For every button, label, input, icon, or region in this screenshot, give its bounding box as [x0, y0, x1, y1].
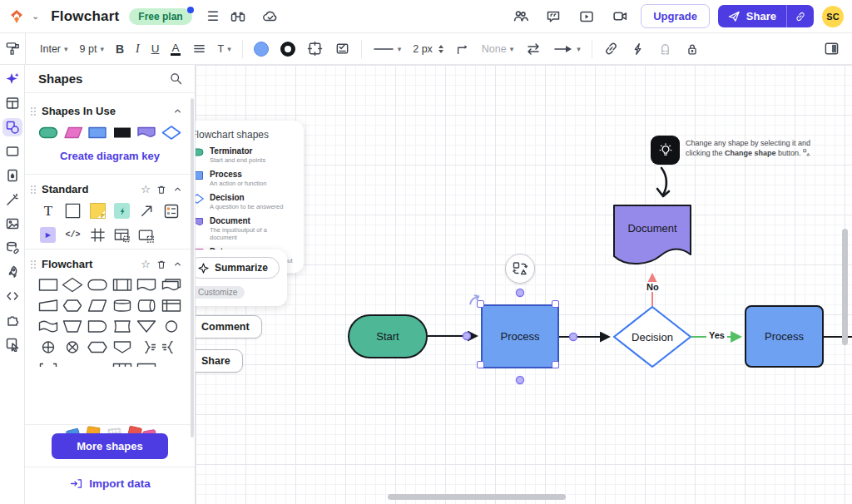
line-style-select[interactable]: ▾ — [367, 41, 408, 57]
video-icon[interactable] — [607, 4, 632, 29]
text-align-button[interactable] — [186, 38, 212, 59]
present-icon[interactable] — [574, 4, 599, 29]
more-shapes-button[interactable]: More shapes — [52, 433, 168, 459]
summarize-button[interactable]: Summarize — [196, 257, 280, 279]
shape-collate[interactable] — [87, 339, 108, 355]
shape-grid-lines[interactable] — [89, 226, 106, 244]
fill-color-button[interactable] — [248, 38, 275, 60]
inuse-decision-shape[interactable] — [161, 126, 181, 140]
shape-code-block[interactable]: </> — [65, 230, 80, 240]
drag-handle-icon[interactable] — [30, 106, 37, 116]
node-process-2[interactable]: Process — [745, 305, 824, 368]
shape-internal-storage[interactable] — [161, 298, 182, 314]
shape-preparation[interactable] — [62, 298, 83, 314]
inuse-terminator-shape[interactable] — [38, 126, 58, 140]
line-width-stepper[interactable]: 2 px — [407, 40, 449, 58]
rail-integrations-icon[interactable] — [2, 311, 22, 329]
avatar[interactable]: SC — [822, 6, 844, 27]
shape-table[interactable] — [113, 227, 131, 244]
font-size-select[interactable]: 9 pt▾ — [74, 40, 110, 58]
shape-data-button[interactable] — [329, 37, 356, 60]
shape-loop-limit[interactable] — [111, 319, 133, 334]
line-hops-select[interactable]: None▾ — [476, 40, 519, 58]
customize-button[interactable]: Customize — [196, 286, 245, 299]
inuse-black-shape[interactable] — [112, 126, 132, 140]
drag-handle-icon[interactable] — [30, 185, 37, 195]
shape-delay[interactable] — [87, 319, 108, 334]
shape-text[interactable]: T — [44, 203, 52, 220]
rail-data-linking-icon[interactable] — [2, 239, 22, 257]
swap-endpoints-button[interactable] — [519, 37, 547, 61]
collaborators-icon[interactable] — [508, 4, 532, 29]
shape-off-page[interactable] — [111, 339, 133, 355]
import-data-link[interactable]: Import data — [25, 467, 195, 500]
canvas-horizontal-scrollbar[interactable] — [388, 494, 566, 500]
frame-button[interactable] — [301, 37, 329, 60]
lock-button[interactable] — [679, 38, 706, 60]
selection-handle[interactable] — [477, 300, 484, 308]
shape-rectangle[interactable] — [64, 202, 82, 220]
shape-matrix[interactable] — [111, 362, 133, 367]
menu-icon[interactable]: ☰ — [207, 8, 219, 24]
shape-predefined-process[interactable] — [111, 277, 133, 293]
comments-icon[interactable] — [541, 4, 566, 29]
line-shape-button[interactable] — [449, 38, 476, 60]
shape-container[interactable] — [137, 227, 156, 244]
panel-toggle-icon[interactable] — [818, 37, 845, 60]
selection-handle[interactable] — [552, 361, 559, 368]
collapse-chevron-icon[interactable] — [172, 259, 183, 269]
collapse-chevron-icon[interactable] — [172, 106, 183, 116]
shape-brace-left[interactable] — [161, 339, 182, 355]
rail-magic-wand-icon[interactable] — [2, 190, 22, 209]
canvas[interactable]: Start Process Decision Document Process … — [196, 65, 852, 504]
font-family-select[interactable]: Inter▾ — [34, 40, 74, 58]
arrowhead-select[interactable]: ▾ — [547, 39, 587, 59]
shape-manual-operation[interactable] — [62, 319, 83, 334]
cloud-sync-icon[interactable] — [257, 4, 282, 29]
shape-data[interactable] — [87, 298, 108, 314]
drag-handle-icon[interactable] — [30, 259, 37, 269]
canvas-vertical-scrollbar[interactable] — [842, 229, 848, 345]
shape-line[interactable] — [139, 203, 155, 219]
inuse-process-shape[interactable] — [87, 126, 107, 140]
actions-button[interactable] — [625, 38, 651, 60]
rail-layout-icon[interactable] — [2, 94, 22, 112]
lucid-logo-icon[interactable] — [8, 8, 25, 25]
rail-actions-icon[interactable] — [2, 335, 22, 353]
shape-dynamic[interactable] — [114, 203, 130, 219]
rail-ai-sparkles-icon[interactable] — [2, 70, 22, 88]
inuse-data-shape[interactable] — [63, 126, 83, 140]
rail-code-icon[interactable] — [2, 287, 22, 305]
edge-label-yes[interactable]: Yes — [706, 330, 727, 340]
node-start[interactable]: Start — [348, 314, 428, 358]
node-document[interactable] — [612, 203, 693, 273]
find-icon[interactable] — [225, 4, 250, 29]
shape-sticky-note[interactable] — [90, 203, 106, 219]
format-painter-icon[interactable] — [0, 33, 26, 64]
share-floating-button[interactable]: Share — [196, 349, 243, 373]
inuse-document-shape[interactable] — [136, 126, 156, 140]
shape-database[interactable] — [111, 298, 133, 314]
shape-direct-access[interactable] — [136, 298, 157, 314]
collapse-chevron-icon[interactable] — [172, 184, 183, 195]
delete-section-icon[interactable] — [156, 259, 167, 270]
shape-display[interactable] — [37, 319, 59, 334]
text-options-button[interactable]: T▾ — [212, 40, 237, 58]
favorite-star-icon[interactable]: ☆ — [141, 258, 151, 270]
shape-process[interactable] — [37, 277, 59, 293]
change-shape-button[interactable] — [505, 254, 535, 284]
bold-button[interactable]: B — [110, 39, 130, 59]
plan-badge[interactable]: Free plan — [129, 8, 191, 25]
rail-style-icon[interactable] — [2, 166, 22, 185]
logo-chevron-icon[interactable]: ⌄ — [32, 11, 39, 22]
shape-media[interactable]: ▶ — [40, 227, 56, 243]
shape-or[interactable] — [37, 339, 59, 355]
shape-summing-junction[interactable] — [62, 339, 83, 355]
magnetize-button[interactable] — [651, 37, 679, 60]
shape-manual-input[interactable] — [37, 298, 59, 314]
share-button[interactable]: Share — [718, 5, 786, 27]
shape-document[interactable] — [136, 277, 157, 293]
selection-handle[interactable] — [552, 300, 559, 308]
favorite-star-icon[interactable]: ☆ — [141, 183, 151, 195]
shape-merge[interactable] — [136, 319, 157, 334]
